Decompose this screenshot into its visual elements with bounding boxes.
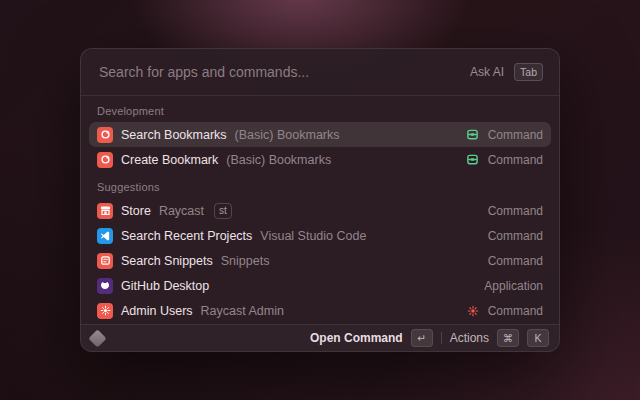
tab-key-badge: Tab bbox=[514, 63, 543, 81]
item-subtitle: Snippets bbox=[221, 254, 270, 268]
item-title: GitHub Desktop bbox=[121, 279, 209, 293]
item-type-label: Application bbox=[484, 279, 543, 293]
list-item[interactable]: Search SnippetsSnippetsCommand bbox=[89, 248, 551, 273]
bookmarks-icon bbox=[97, 152, 113, 168]
list-item[interactable]: Search Bookmarks(Basic) BookmarksCommand bbox=[89, 122, 551, 147]
item-type-label: Command bbox=[488, 128, 543, 142]
item-subtitle: Visual Studio Code bbox=[260, 229, 366, 243]
item-title: Create Bookmark bbox=[121, 153, 218, 167]
item-type-label: Command bbox=[488, 304, 543, 318]
item-title: Search Bookmarks bbox=[121, 128, 227, 142]
burst-red-icon bbox=[466, 304, 480, 318]
bookmarks-icon bbox=[97, 127, 113, 143]
item-subtitle: (Basic) Bookmarks bbox=[235, 128, 340, 142]
archive-green-icon bbox=[466, 128, 480, 142]
raycast-logo-icon bbox=[88, 329, 106, 347]
item-subtitle: Raycast bbox=[159, 204, 204, 218]
list-item[interactable]: Search Recent ProjectsVisual Studio Code… bbox=[89, 223, 551, 248]
item-title: Search Snippets bbox=[121, 254, 213, 268]
admin-users-icon bbox=[97, 303, 113, 319]
raycast-window: Ask AI Tab DevelopmentSearch Bookmarks(B… bbox=[80, 48, 560, 352]
list-item[interactable]: GitHub DesktopApplication bbox=[89, 273, 551, 298]
actions-button[interactable]: Actions bbox=[450, 331, 489, 345]
return-key-icon: ↵ bbox=[411, 329, 433, 347]
section-header-suggestions: Suggestions bbox=[89, 172, 551, 198]
vscode-icon bbox=[97, 228, 113, 244]
results-list: DevelopmentSearch Bookmarks(Basic) Bookm… bbox=[81, 96, 559, 324]
item-title: Store bbox=[121, 204, 151, 218]
store-icon bbox=[97, 203, 113, 219]
list-item[interactable]: StoreRaycaststCommand bbox=[89, 198, 551, 223]
item-subtitle: (Basic) Bookmarks bbox=[226, 153, 331, 167]
item-title: Admin Users bbox=[121, 304, 193, 318]
desktop-background: Ask AI Tab DevelopmentSearch Bookmarks(B… bbox=[0, 0, 640, 400]
item-title: Search Recent Projects bbox=[121, 229, 252, 243]
item-type-label: Command bbox=[488, 254, 543, 268]
search-bar: Ask AI Tab bbox=[81, 49, 559, 95]
k-key-icon: K bbox=[527, 329, 549, 347]
search-input[interactable] bbox=[97, 63, 460, 81]
list-item[interactable]: Admin UsersRaycast AdminCommand bbox=[89, 298, 551, 323]
open-command-button[interactable]: Open Command bbox=[310, 331, 403, 345]
snippets-icon bbox=[97, 253, 113, 269]
item-type-label: Command bbox=[488, 153, 543, 167]
footer-separator bbox=[441, 332, 442, 344]
item-alias-badge: st bbox=[214, 203, 232, 219]
item-type-label: Command bbox=[488, 204, 543, 218]
list-item[interactable]: Create Bookmark(Basic) BookmarksCommand bbox=[89, 147, 551, 172]
item-subtitle: Raycast Admin bbox=[201, 304, 284, 318]
section-header-development: Development bbox=[89, 96, 551, 122]
ask-ai-label[interactable]: Ask AI bbox=[470, 65, 504, 79]
item-type-label: Command bbox=[488, 229, 543, 243]
footer-bar: Open Command ↵ Actions ⌘ K bbox=[81, 324, 559, 351]
command-key-icon: ⌘ bbox=[497, 329, 519, 347]
archive-green-icon bbox=[466, 153, 480, 167]
github-desktop-icon bbox=[97, 278, 113, 294]
